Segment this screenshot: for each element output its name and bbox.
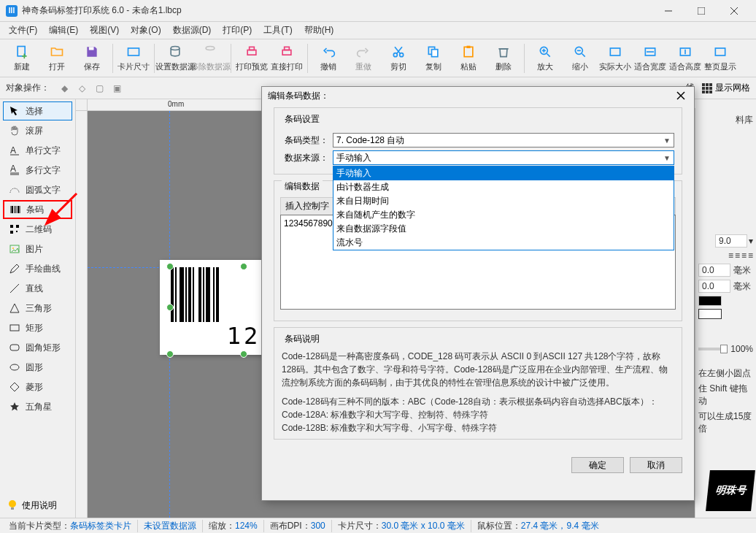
status-card-type: 条码标签类卡片 xyxy=(70,521,131,531)
option-datasource-field[interactable]: 来自数据源字段值 xyxy=(333,222,674,236)
print-preview-button[interactable]: 打印预览 xyxy=(234,41,269,76)
cut-button[interactable]: 剪切 xyxy=(381,41,416,76)
svg-point-57 xyxy=(10,364,19,370)
tool-qrcode[interactable]: 二维码 xyxy=(3,220,72,239)
triangle-icon xyxy=(8,302,21,314)
svg-rect-50 xyxy=(10,231,13,234)
fit-height-button[interactable]: 适合高度 xyxy=(668,41,703,76)
align-btn-2[interactable]: ◇ xyxy=(74,80,90,96)
arc-text-icon xyxy=(8,184,21,196)
maximize-button[interactable] xyxy=(684,0,717,22)
fit-page-button[interactable]: 整页显示 xyxy=(703,41,738,76)
status-mouse-pos: 27.4 毫米，9.4 毫米 xyxy=(521,521,599,531)
tool-arc-text[interactable]: 圆弧文字 xyxy=(3,180,72,199)
align-btn-3[interactable]: ▢ xyxy=(91,80,107,96)
copy-button[interactable]: 复制 xyxy=(416,41,451,76)
align-icon[interactable]: ≡ xyxy=(741,250,747,261)
barcode-type-select[interactable]: 7. Code-128 自动▼ xyxy=(333,133,674,147)
tool-select[interactable]: 选择 xyxy=(3,101,72,120)
align-icon[interactable]: ≡ xyxy=(735,250,740,261)
save-button[interactable]: 保存 xyxy=(74,41,109,76)
tool-barcode[interactable]: 条码 xyxy=(3,200,72,219)
open-button[interactable]: 打开 xyxy=(39,41,74,76)
barcode-icon xyxy=(9,204,22,215)
align-icon[interactable]: ≡ xyxy=(748,250,753,261)
paste-button[interactable]: 粘贴 xyxy=(451,41,486,76)
val2-input[interactable]: 0.0 xyxy=(698,280,730,293)
tool-freehand[interactable]: 手绘曲线 xyxy=(3,259,72,278)
fit-width-button[interactable]: 适合宽度 xyxy=(633,41,668,76)
opacity-slider[interactable] xyxy=(698,348,728,350)
zoom-in-button[interactable]: 放大 xyxy=(528,41,563,76)
menu-object[interactable]: 对象(O) xyxy=(125,22,166,39)
tool-pan[interactable]: 滚屏 xyxy=(3,121,72,140)
cancel-button[interactable]: 取消 xyxy=(630,457,682,473)
tool-roundrect[interactable]: 圆角矩形 xyxy=(3,338,72,357)
align-btn-1[interactable]: ◆ xyxy=(56,80,72,96)
menu-view[interactable]: 视图(V) xyxy=(84,22,125,39)
tool-image[interactable]: 图片 xyxy=(3,239,72,258)
tool-circle[interactable]: 圆形 xyxy=(3,358,72,377)
show-grid-toggle[interactable]: 显示网格 xyxy=(715,82,750,94)
redo-button[interactable]: 重做 xyxy=(346,41,381,76)
tool-multi-text[interactable]: A多行文字 xyxy=(3,161,72,180)
option-random[interactable]: 来自随机产生的数字 xyxy=(333,208,674,222)
svg-rect-51 xyxy=(16,231,18,232)
color-swatch-2[interactable] xyxy=(698,309,722,319)
fit-width-icon xyxy=(642,44,658,60)
line-icon xyxy=(8,283,21,294)
handle-ml[interactable] xyxy=(166,304,174,311)
undo-icon xyxy=(320,44,336,60)
align-btn-4[interactable]: ▣ xyxy=(109,80,125,96)
tool-diamond[interactable]: 菱形 xyxy=(3,377,72,396)
svg-rect-31 xyxy=(610,48,620,55)
tool-rect[interactable]: 矩形 xyxy=(3,318,72,337)
minimize-button[interactable] xyxy=(652,0,684,22)
direct-print-button[interactable]: 直接打印 xyxy=(269,41,304,76)
actual-size-button[interactable]: 实际大小 xyxy=(598,41,633,76)
tool-triangle[interactable]: 三角形 xyxy=(3,299,72,318)
menu-file[interactable]: 文件(F) xyxy=(3,22,43,39)
color-swatch-1[interactable] xyxy=(698,296,722,306)
dialog-close-button[interactable] xyxy=(674,88,688,103)
tool-star[interactable]: 五角星 xyxy=(3,397,72,416)
handle-bl[interactable] xyxy=(166,350,174,358)
card-size-button[interactable]: 卡片尺寸 xyxy=(116,41,151,76)
object-ops-label: 对象操作： xyxy=(6,82,50,94)
handle-tm[interactable] xyxy=(240,263,247,270)
menu-help[interactable]: 帮助(H) xyxy=(298,22,340,39)
option-datetime[interactable]: 来自日期时间 xyxy=(333,194,674,208)
font-size-input[interactable]: 9.0 xyxy=(715,234,747,248)
ok-button[interactable]: 确定 xyxy=(571,457,624,473)
image-icon xyxy=(8,243,21,255)
svg-rect-13 xyxy=(282,50,291,55)
menu-datasource[interactable]: 数据源(D) xyxy=(167,22,217,39)
data-source-select[interactable]: 手动输入▼ 手动输入 由计数器生成 来自日期时间 来自随机产生的数字 来自数据源… xyxy=(333,150,674,165)
set-datasource-button[interactable]: 设置数据源 xyxy=(158,41,193,76)
option-manual[interactable]: 手动输入 xyxy=(333,166,674,180)
handle-bm[interactable] xyxy=(240,350,247,358)
ellipse-icon xyxy=(8,361,21,373)
tool-line[interactable]: 直线 xyxy=(3,279,72,298)
tool-single-text[interactable]: A单行文字 xyxy=(3,141,72,160)
chevron-down-icon: ▼ xyxy=(663,154,671,162)
svg-rect-36 xyxy=(715,48,725,55)
handle-tl[interactable] xyxy=(166,263,174,270)
file-new-icon xyxy=(14,44,30,60)
undo-button[interactable]: 撤销 xyxy=(311,41,346,76)
menu-print[interactable]: 打印(P) xyxy=(217,22,258,39)
menu-edit[interactable]: 编辑(E) xyxy=(43,22,84,39)
align-icon[interactable]: ≡ xyxy=(728,250,733,261)
help-link[interactable]: 使用说明 xyxy=(6,499,57,512)
remove-datasource-button[interactable]: 移除数据源 xyxy=(193,41,228,76)
zoom-out-button[interactable]: 缩小 xyxy=(563,41,598,76)
delete-button[interactable]: 删除 xyxy=(486,41,521,76)
close-button[interactable] xyxy=(717,0,750,22)
option-serial[interactable]: 流水号 xyxy=(333,236,674,250)
menu-tools[interactable]: 工具(T) xyxy=(258,22,298,39)
rect-icon xyxy=(8,322,21,334)
svg-rect-8 xyxy=(128,48,139,55)
new-button[interactable]: 新建 xyxy=(4,41,39,76)
option-counter[interactable]: 由计数器生成 xyxy=(333,180,674,194)
val1-input[interactable]: 0.0 xyxy=(698,264,730,277)
